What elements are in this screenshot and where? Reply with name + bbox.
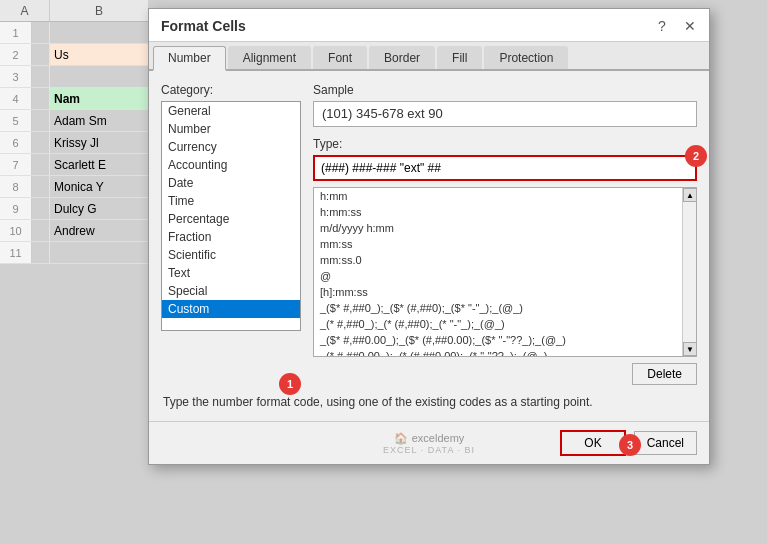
- category-text[interactable]: Text: [162, 264, 300, 282]
- category-label: Category:: [161, 83, 301, 97]
- category-time[interactable]: Time: [162, 192, 300, 210]
- brand-icon: 🏠: [394, 432, 408, 445]
- col-a-header: A: [0, 0, 50, 21]
- dialog-footer: 🏠 exceldemy EXCEL · DATA · BI 3 OK Cance…: [149, 421, 709, 464]
- badge-1: 1: [279, 373, 301, 395]
- tab-alignment[interactable]: Alignment: [228, 46, 311, 69]
- type-item[interactable]: _(* #,##0_);_(* (#,##0);_(* "-"_);_(@_): [314, 316, 696, 332]
- col-b-header: B: [50, 0, 148, 21]
- scroll-up-btn[interactable]: ▲: [683, 188, 697, 202]
- delete-button[interactable]: Delete: [632, 363, 697, 385]
- type-input-wrapper: 2: [313, 155, 697, 181]
- type-item[interactable]: [h]:mm:ss: [314, 284, 696, 300]
- help-button[interactable]: ?: [651, 15, 673, 37]
- category-percentage[interactable]: Percentage: [162, 210, 300, 228]
- sheet-row-1: 1: [0, 22, 148, 44]
- sheet-row-9: 9 Dulcy G: [0, 198, 148, 220]
- type-item[interactable]: _($* #,##0_);_($* (#,##0);_($* "-"_);_(@…: [314, 300, 696, 316]
- type-list-container: h:mm h:mm:ss m/d/yyyy h:mm mm:ss mm:ss.0…: [313, 187, 697, 357]
- sheet-row-8: 8 Monica Y: [0, 176, 148, 198]
- category-date[interactable]: Date: [162, 174, 300, 192]
- brand-sub: EXCEL · DATA · BI: [383, 445, 475, 455]
- ok-button[interactable]: OK: [560, 430, 625, 456]
- category-currency[interactable]: Currency: [162, 138, 300, 156]
- format-cells-dialog: Format Cells ? ✕ Number Alignment Font B…: [148, 8, 710, 465]
- type-item[interactable]: mm:ss: [314, 236, 696, 252]
- type-item[interactable]: @: [314, 268, 696, 284]
- category-general[interactable]: General: [162, 102, 300, 120]
- format-section: Sample (101) 345-678 ext 90 Type: 2 h:mm…: [313, 83, 697, 385]
- category-special[interactable]: Special: [162, 282, 300, 300]
- sheet-row-4: 4 Nam: [0, 88, 148, 110]
- tab-bar: Number Alignment Font Border Fill Protec…: [149, 42, 709, 71]
- sample-label: Sample: [313, 83, 697, 97]
- close-button[interactable]: ✕: [679, 15, 701, 37]
- type-label: Type:: [313, 137, 697, 151]
- tab-fill[interactable]: Fill: [437, 46, 482, 69]
- spreadsheet-background: A B 1 2 Us 3 4 Nam 5 Adam Sm 6 Krissy Jl…: [0, 0, 148, 544]
- type-item[interactable]: mm:ss.0: [314, 252, 696, 268]
- type-scrollbar[interactable]: ▲ ▼: [682, 188, 696, 356]
- info-text: Type the number format code, using one o…: [161, 395, 697, 409]
- tab-number[interactable]: Number: [153, 46, 226, 71]
- type-item[interactable]: m/d/yyyy h:mm: [314, 220, 696, 236]
- type-item[interactable]: h:mm: [314, 188, 696, 204]
- tab-font[interactable]: Font: [313, 46, 367, 69]
- footer-brand: 🏠 exceldemy EXCEL · DATA · BI: [383, 432, 475, 455]
- sheet-row-6: 6 Krissy Jl: [0, 132, 148, 154]
- tab-border[interactable]: Border: [369, 46, 435, 69]
- badge-3: 3: [619, 434, 641, 456]
- category-custom[interactable]: Custom: [162, 300, 300, 318]
- tab-protection[interactable]: Protection: [484, 46, 568, 69]
- badge-2: 2: [685, 145, 707, 167]
- category-accounting[interactable]: Accounting: [162, 156, 300, 174]
- sheet-row-11: 11: [0, 242, 148, 264]
- category-scientific[interactable]: Scientific: [162, 246, 300, 264]
- delete-btn-row: Delete: [313, 363, 697, 385]
- category-list[interactable]: General Number Currency Accounting Date …: [161, 101, 301, 331]
- dialog-body: Category: General Number Currency Accoun…: [149, 71, 709, 421]
- dialog-controls: ? ✕: [651, 15, 701, 37]
- type-item[interactable]: _($* #,##0.00_);_($* (#,##0.00);_($* "-"…: [314, 332, 696, 348]
- cancel-button[interactable]: Cancel: [634, 431, 697, 455]
- type-list[interactable]: h:mm h:mm:ss m/d/yyyy h:mm mm:ss mm:ss.0…: [314, 188, 696, 356]
- sheet-row-7: 7 Scarlett E: [0, 154, 148, 176]
- dialog-content: Category: General Number Currency Accoun…: [161, 83, 697, 385]
- sheet-row-5: 5 Adam Sm: [0, 110, 148, 132]
- sample-value: (101) 345-678 ext 90: [313, 101, 697, 127]
- scroll-down-btn[interactable]: ▼: [683, 342, 697, 356]
- sheet-row-2: 2 Us: [0, 44, 148, 66]
- sample-box: Sample (101) 345-678 ext 90: [313, 83, 697, 127]
- sheet-row-3: 3: [0, 66, 148, 88]
- type-input[interactable]: [313, 155, 697, 181]
- sheet-row-10: 10 Andrew: [0, 220, 148, 242]
- column-header: A B: [0, 0, 148, 22]
- dialog-title: Format Cells: [161, 18, 246, 34]
- brand-name: 🏠 exceldemy: [394, 432, 465, 445]
- category-section: Category: General Number Currency Accoun…: [161, 83, 301, 385]
- type-item[interactable]: h:mm:ss: [314, 204, 696, 220]
- category-fraction[interactable]: Fraction: [162, 228, 300, 246]
- type-item[interactable]: _(* #,##0.00_);_(* (#,##0.00);_(* "-"??_…: [314, 348, 696, 356]
- dialog-titlebar: Format Cells ? ✕: [149, 9, 709, 42]
- category-number[interactable]: Number: [162, 120, 300, 138]
